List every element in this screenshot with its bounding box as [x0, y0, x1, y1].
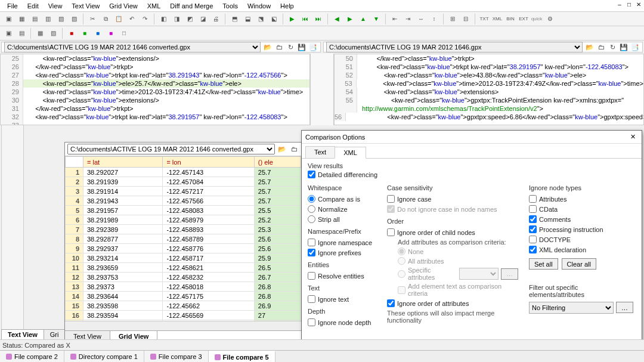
table-row[interactable]: 838.292877-122.45878925.6 [66, 234, 301, 244]
table-row[interactable]: 1338.29373-122.45801826.8 [66, 282, 301, 292]
col-lat[interactable]: = lat [83, 157, 163, 168]
menu-window[interactable]: Window [243, 1, 275, 11]
table-row[interactable]: 538.291957-122.45808325.5 [66, 206, 301, 215]
bottom-tab[interactable]: File compare 3 [144, 351, 209, 362]
table-row[interactable]: 1438.293644-122.45717526.8 [66, 292, 301, 301]
bin-icon[interactable]: BIN [504, 13, 516, 25]
tb-icon[interactable]: ◧ [157, 13, 169, 25]
tb-icon[interactable]: ⬕ [268, 13, 280, 25]
filter-select[interactable]: No Filtering [529, 302, 614, 314]
refresh-icon[interactable]: ↻ [286, 42, 295, 52]
menu-edit[interactable]: Edit [23, 1, 44, 11]
tb-icon[interactable]: ■ [79, 27, 91, 39]
table-row[interactable]: 338.291914-122.45721725.7 [66, 187, 301, 196]
browse-icon[interactable]: 🗀 [274, 42, 284, 52]
tb-icon[interactable]: ◀ [331, 13, 343, 25]
chk-pi[interactable]: Processing instruction [529, 225, 633, 233]
rad-compare-asis[interactable]: Compare as is [308, 195, 376, 203]
tab-textview-left[interactable]: Text View [2, 330, 44, 339]
tb-icon[interactable]: ↕ [428, 13, 440, 25]
save-icon[interactable]: 💾 [619, 42, 628, 52]
open-icon[interactable]: 📂 [263, 42, 273, 52]
chk-doctype[interactable]: DOCTYPE [529, 236, 633, 243]
dialog-close-icon[interactable]: ✕ [627, 132, 638, 143]
tb-icon[interactable]: ◩ [184, 13, 196, 25]
tb-icon[interactable]: ⬔ [255, 13, 267, 25]
maximize-icon[interactable]: □ [625, 1, 633, 10]
tb-icon[interactable]: ⇤ [389, 13, 401, 25]
table-row[interactable]: 438.291943-122.45756625.7 [66, 196, 301, 206]
dialog-tab-text[interactable]: Text [305, 146, 335, 158]
menu-xml[interactable]: XML [143, 1, 166, 11]
col-ele[interactable]: () ele [254, 157, 301, 168]
rad-normalize[interactable]: Normalize [308, 205, 376, 213]
grid-table[interactable]: = lat = lon () ele 138.292027-122.457143… [65, 156, 301, 321]
tb-icon[interactable]: ▶ [344, 13, 356, 25]
tb-icon[interactable]: ◪ [197, 13, 209, 25]
tb-icon[interactable]: ↔ [415, 13, 427, 25]
filter-more-btn[interactable]: … [616, 302, 633, 313]
open-icon[interactable]: 📂 [585, 42, 595, 52]
saveas-icon[interactable]: 📑 [308, 42, 318, 52]
tb-icon[interactable]: ▨ [68, 13, 80, 25]
tb-icon[interactable]: ▣ [2, 27, 14, 39]
tb-icon[interactable]: ⏮ [299, 13, 311, 25]
h-scrollbar[interactable] [65, 321, 301, 330]
bottom-tab[interactable]: Directory compare 1 [64, 351, 144, 362]
chk-ign-ns[interactable]: Ignore namespace [308, 239, 376, 246]
dialog-tab-xml[interactable]: XML [335, 147, 366, 159]
menu-textview[interactable]: Text View [67, 1, 104, 11]
quick-icon[interactable]: quick [531, 13, 543, 25]
redo-icon[interactable]: ↷ [139, 13, 151, 25]
btn-clear-all[interactable]: Clear all [562, 258, 596, 270]
col-lon[interactable]: = lon [163, 157, 254, 168]
table-row[interactable]: 1138.293659-122.45862126.5 [66, 263, 301, 273]
popup-path-select[interactable]: C:\documents\ACTIVE LOG 19 MAR 2012 1646… [67, 144, 275, 154]
menu-gridview[interactable]: Grid View [104, 1, 142, 11]
minimize-icon[interactable]: – [615, 1, 624, 10]
right-path-select[interactable]: C:\documents\ACTIVE LOG 19 MAR 2012 1646… [326, 42, 583, 52]
tb-icon[interactable]: ▼ [370, 13, 382, 25]
open-icon[interactable]: 📂 [277, 144, 287, 154]
print-icon[interactable]: 🖨 [210, 13, 222, 25]
tb-icon[interactable]: ▧ [55, 13, 67, 25]
cut-icon[interactable]: ✂ [86, 13, 98, 25]
refresh-icon[interactable]: ↻ [608, 42, 617, 52]
table-row[interactable]: 738.292389-122.45889325.3 [66, 225, 301, 234]
tb-icon[interactable]: ▤ [29, 13, 41, 25]
browse-icon[interactable]: 🗀 [596, 42, 606, 52]
tb-icon[interactable]: ⊟ [460, 13, 472, 25]
tb-icon[interactable]: ▦ [34, 27, 46, 39]
menu-file[interactable]: File [2, 1, 23, 11]
table-row[interactable]: 1238.293753-122.45823226.7 [66, 273, 301, 282]
tb-icon[interactable]: ▲ [357, 13, 369, 25]
close-icon[interactable]: ✕ [634, 1, 643, 10]
chk-cdata[interactable]: CData [529, 205, 633, 213]
ext-icon[interactable]: EXT [518, 13, 530, 25]
tb-icon[interactable]: ■ [66, 27, 78, 39]
tb-icon[interactable]: □ [118, 27, 130, 39]
play-icon[interactable]: ▶ [286, 13, 298, 25]
table-row[interactable]: 938.292937-122.45877625.6 [66, 244, 301, 253]
right-editor[interactable]: 50 </kw-red">class="kw-blue">trkpt>51 <k… [334, 54, 644, 125]
tb-icon[interactable]: ⇥ [402, 13, 414, 25]
chk-resolve-ent[interactable]: Resolve entities [308, 272, 376, 280]
tb-icon[interactable]: ■ [105, 27, 117, 39]
tb-icon[interactable]: ⏭ [312, 13, 324, 25]
table-row[interactable]: 1538.293598-122.4566226.9 [66, 301, 301, 311]
menu-view[interactable]: View [44, 1, 67, 11]
chk-ign-depth[interactable]: Ignore node depth [308, 318, 376, 326]
tb-icon[interactable]: ⬓ [242, 13, 253, 25]
tb-icon[interactable]: ⊞ [447, 13, 459, 25]
saveas-icon[interactable]: 📑 [630, 42, 640, 52]
table-row[interactable]: 1038.293214-122.45871725.9 [66, 253, 301, 263]
menu-diff[interactable]: Diff and Merge [165, 1, 218, 11]
chk-attr[interactable]: Attributes [529, 195, 633, 203]
tb-icon[interactable]: ▣ [2, 13, 14, 25]
menu-tools[interactable]: Tools [218, 1, 243, 11]
table-row[interactable]: 138.292027-122.45714325.7 [66, 168, 301, 177]
tb-icon[interactable]: ▥ [42, 13, 54, 25]
tb-icon[interactable]: ◨ [171, 13, 182, 25]
save-icon[interactable]: 💾 [297, 42, 306, 52]
tb-icon[interactable]: ■ [92, 27, 104, 39]
